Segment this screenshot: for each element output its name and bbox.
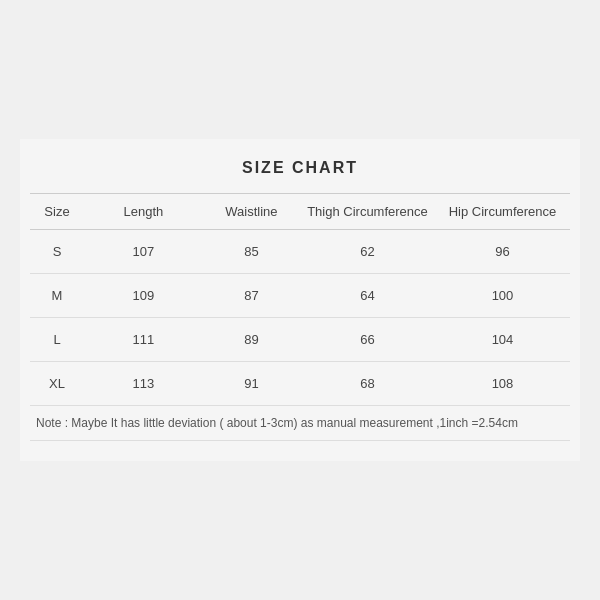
- header-length: Length: [84, 194, 203, 230]
- table-row: L1118966104: [30, 318, 570, 362]
- cell-length: 113: [84, 362, 203, 406]
- note-row: Note : Maybe It has little deviation ( a…: [30, 406, 570, 441]
- cell-waistline: 85: [203, 230, 300, 274]
- cell-hip: 96: [435, 230, 570, 274]
- table-header-row: Size Length Waistline Thigh Circumferenc…: [30, 194, 570, 230]
- cell-hip: 104: [435, 318, 570, 362]
- cell-waistline: 89: [203, 318, 300, 362]
- cell-hip: 100: [435, 274, 570, 318]
- cell-size: L: [30, 318, 84, 362]
- header-waist: Waistline: [203, 194, 300, 230]
- cell-length: 111: [84, 318, 203, 362]
- cell-thigh: 64: [300, 274, 435, 318]
- table-row: S107856296: [30, 230, 570, 274]
- header-size: Size: [30, 194, 84, 230]
- note-text: Note : Maybe It has little deviation ( a…: [30, 406, 570, 441]
- cell-waistline: 91: [203, 362, 300, 406]
- size-chart-container: SIZE CHART Size Length Waistline Thigh C…: [20, 139, 580, 461]
- cell-thigh: 68: [300, 362, 435, 406]
- header-hip: Hip Circumference: [435, 194, 570, 230]
- header-thigh: Thigh Circumference: [300, 194, 435, 230]
- table-row: M1098764100: [30, 274, 570, 318]
- cell-size: XL: [30, 362, 84, 406]
- cell-waistline: 87: [203, 274, 300, 318]
- cell-thigh: 62: [300, 230, 435, 274]
- cell-length: 109: [84, 274, 203, 318]
- chart-title: SIZE CHART: [30, 159, 570, 177]
- cell-thigh: 66: [300, 318, 435, 362]
- cell-length: 107: [84, 230, 203, 274]
- cell-size: M: [30, 274, 84, 318]
- table-row: XL1139168108: [30, 362, 570, 406]
- cell-size: S: [30, 230, 84, 274]
- size-table: Size Length Waistline Thigh Circumferenc…: [30, 193, 570, 441]
- cell-hip: 108: [435, 362, 570, 406]
